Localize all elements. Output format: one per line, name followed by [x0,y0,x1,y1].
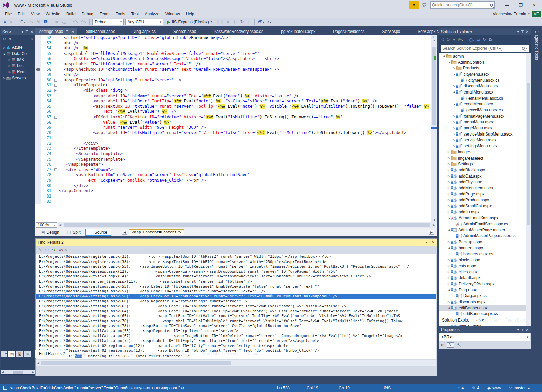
expander-icon[interactable]: ▷ [447,186,451,189]
find-result-row[interactable]: E:\Projects\Odessa\www\register.aspx(33)… [36,254,436,260]
close-icon[interactable]: ✕ [526,30,529,34]
code-line[interactable]: 59 <br /> [35,72,431,78]
solution-tree-item[interactable]: ▷images [439,149,531,155]
solution-tree-item[interactable]: ◢banners.aspx [439,245,531,251]
code-line[interactable]: 82 [35,194,431,199]
expander-icon[interactable]: ▷ [452,139,456,142]
fold-gutter[interactable] [54,183,59,189]
scroll-down-icon[interactable]: ▼ [433,218,436,222]
indicator-margin[interactable] [35,136,41,141]
diagnostic-tools-tab[interactable]: Diagnostic Tools [534,30,539,60]
solution-tree-item[interactable]: ▷serviceMainSubMenu.ascx [439,131,531,137]
save-icon[interactable]: 🖫 [35,19,41,24]
uncomment-icon[interactable]: ⹀≣ [61,19,66,25]
find-result-row[interactable]: E:\Projects\Odessa\www\settings.aspx(70)… [36,319,436,324]
indicator-margin[interactable] [35,62,41,67]
expander-icon[interactable]: ▷ [452,145,456,148]
fold-gutter[interactable]: − [54,83,59,88]
expander-icon[interactable]: ◢ [452,90,456,94]
search-input[interactable] [442,46,520,51]
expander-icon[interactable]: ◢ [442,55,446,58]
stop-icon[interactable]: ■ [226,19,230,24]
menu-item-team[interactable]: Team [97,11,112,17]
find-result-row[interactable]: E:\Projects\Odessa\www\test-02-region.as… [36,344,436,349]
server-tree-item[interactable]: ▷Servers [1,75,35,81]
code-text[interactable]: <asp:TextBox ID="txtValue" runat="server… [59,104,431,109]
indicator-margin[interactable] [35,172,41,178]
code-text[interactable]: <asp:Button ID="btnSave" runat="server" … [59,172,431,178]
indicator-margin[interactable] [35,167,41,173]
expander-icon[interactable]: ▷ [447,210,451,213]
code-line[interactable]: 57 <asp:Label ID="lblConsActive" runat="… [35,62,431,67]
document-tab[interactable]: Diag.aspx.cs [124,28,165,35]
code-line[interactable]: 69 runat="server" Width="95%" Height="30… [35,125,431,130]
solution-tree-item[interactable]: excelMenu.ascx.cs [439,107,531,113]
fold-gutter[interactable] [54,51,59,57]
fold-gutter[interactable] [54,130,59,136]
new-project-icon[interactable]: 🗋▾ [19,19,26,24]
previous-location-icon[interactable]: ↩ [45,247,49,252]
solution-tree-item[interactable]: AdminMasterPage.master.cs [439,233,531,239]
indicator-margin[interactable] [35,157,41,162]
solution-tree-item[interactable]: ▷addSmallCat.aspx [439,203,531,209]
scrollbar-thumb[interactable] [527,83,530,225]
notifications-filter-icon[interactable]: ▼ [409,1,419,9]
code-text[interactable]: </div> [59,183,431,189]
design-view-button[interactable]: ▣ Design [38,229,63,235]
delete-icon[interactable]: ✕ [64,247,68,252]
indicator-margin[interactable] [35,109,41,115]
collapse-icon[interactable]: − [54,79,57,82]
code-text[interactable]: <asp:Label ID="lblIsMultiple" runat="ser… [59,130,431,136]
vertical-scrollbar[interactable] [526,53,531,337]
code-line[interactable]: 60− <asp:Repeater ID="rptSettings" runat… [35,78,431,83]
code-text[interactable]: </ItemTemplate> [59,146,431,151]
solution-tree-item[interactable]: cityMenu.ascx.cs [439,77,531,83]
expander-icon[interactable]: ▷ [452,85,456,88]
forward-icon[interactable]: ⮚ [447,37,450,42]
indicator-margin[interactable] [35,88,41,94]
fold-gutter[interactable] [54,151,59,157]
restore-button[interactable]: ❐ [515,1,526,9]
code-line[interactable]: 66 Text='<%# Eval("value") %>' /> [35,109,431,115]
find-result-row[interactable]: E:\Projects\Odessa\www\settings.aspx(60)… [36,299,436,304]
find-results-horizontal-scrollbar[interactable]: ◀ [36,360,436,366]
find-result-row[interactable]: E:\Projects\Odessa\www\register.aspx(38)… [36,260,436,265]
solution-tree-item[interactable]: AdminEmailSms.aspx.cs [439,221,531,227]
fold-gutter[interactable] [54,199,59,204]
editor-horizontal-scrollbar[interactable]: ◀ ▶ [58,222,436,228]
save-all-icon[interactable]: 🖪 [43,19,48,24]
close-icon[interactable]: ✕ [30,30,33,34]
code-text[interactable]: <FCKeditorV2:FCKeditor ID="edtValue" Vis… [59,115,431,120]
tag-nav-left-icon[interactable]: ◀ [122,230,128,235]
character-indicator[interactable]: Ch 19 [339,386,350,390]
menu-item-website[interactable]: Website [43,11,63,17]
menu-item-test[interactable]: Test [128,11,142,17]
current-tag-breadcrumb[interactable]: <asp:Content#Content2> [129,229,184,235]
right-panel-tab[interactable]: Solution Explo... [439,316,475,325]
expander-icon[interactable]: ◢ [447,306,451,309]
document-tab[interactable]: pgPokupatelu.aspx [272,28,324,35]
code-text[interactable]: <br /> [59,41,431,46]
document-tab[interactable]: editBanner.aspx [77,28,124,35]
indicator-margin[interactable] [35,162,41,167]
find-result-row[interactable]: E:\Projects\Odessa\www\Reviews.aspx(12):… [36,269,436,274]
code-text[interactable]: <a href='settings.aspx?partID=2' class="… [59,35,431,41]
solution-tree-item[interactable]: ▷Settings [439,161,531,167]
document-tab[interactable]: Search.aspx [165,28,205,35]
navigate-forward-icon[interactable]: ⮚ [9,19,13,25]
indicator-margin[interactable] [35,104,41,109]
collapse-icon[interactable]: − [54,116,57,119]
indicator-margin[interactable] [35,194,41,199]
properties-header[interactable]: Properties ▾ ⊤ ✕ [439,326,531,333]
code-line[interactable]: 56 CssClass="globalSuccessResult Success… [35,56,431,62]
chevron-down-icon[interactable]: ▾ [517,328,519,332]
server-tree-item[interactable]: ◢Data Co [1,50,35,57]
find-in-files-icon[interactable]: ⌕▾ [266,19,271,25]
find-result-row[interactable]: E:\Projects\Odessa\www\smallCats.aspx(55… [36,329,436,334]
code-line[interactable]: 70 <asp:Label ID="lblIsMultiple" runat="… [35,130,431,136]
solution-tree-item[interactable]: ▷cities.aspx [439,269,531,275]
solution-tree-item[interactable]: ◢AdminMasterPage.master [439,227,531,233]
fold-gutter[interactable] [54,46,59,51]
fold-gutter[interactable] [54,172,59,178]
expander-icon[interactable]: ▷ [447,264,451,267]
